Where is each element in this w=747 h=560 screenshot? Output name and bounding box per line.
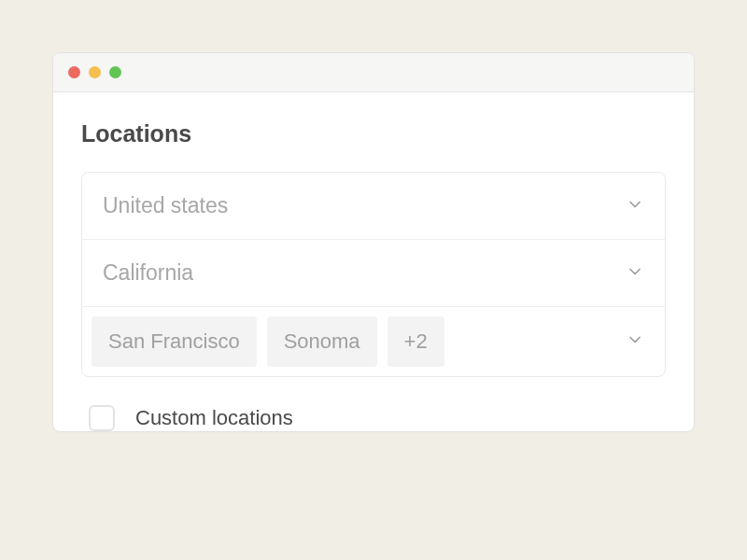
country-select-label: United states [103,193,228,218]
cities-select[interactable]: San Francisco Sonoma +2 [82,307,665,376]
section-title: Locations [81,120,666,147]
state-select-label: California [103,260,193,286]
chevron-down-icon [626,262,644,285]
custom-locations-checkbox[interactable]: Custom locations [81,405,666,431]
minimize-icon[interactable] [89,66,101,78]
country-select[interactable]: United states [82,173,665,240]
custom-locations-label: Custom locations [135,406,293,430]
close-icon[interactable] [68,66,80,78]
window-titlebar [53,53,694,92]
city-chip[interactable]: Sonoma [267,316,377,367]
window-content: Locations United states California San F… [53,92,694,431]
city-overflow-chip[interactable]: +2 [388,316,444,367]
location-select-group: United states California San Francisco S… [81,172,666,377]
cities-chips: San Francisco Sonoma +2 [92,316,444,367]
checkbox-icon[interactable] [89,405,115,431]
state-select[interactable]: California [82,240,665,307]
chevron-down-icon [626,330,644,353]
city-chip[interactable]: San Francisco [92,316,257,367]
maximize-icon[interactable] [109,66,121,78]
chevron-down-icon [626,195,644,217]
settings-window: Locations United states California San F… [52,52,695,432]
